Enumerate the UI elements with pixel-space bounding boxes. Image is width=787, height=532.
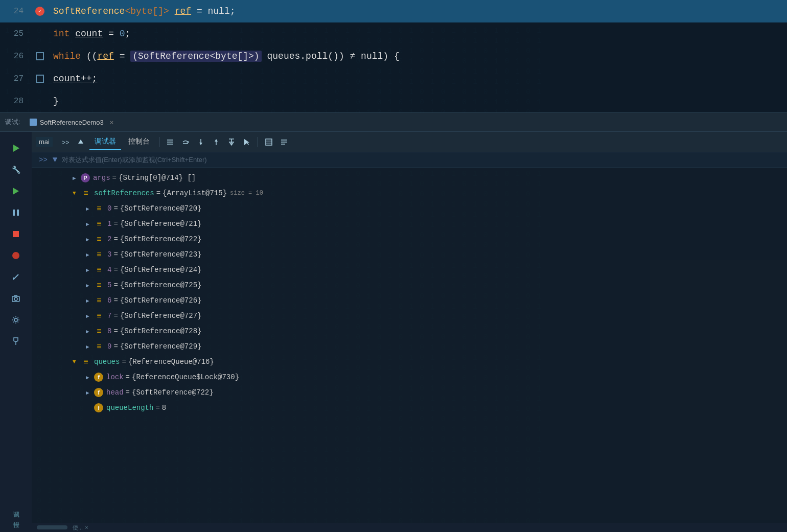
svg-text:🔧: 🔧 <box>12 166 20 174</box>
svg-marker-27 <box>244 139 249 145</box>
run-button[interactable] <box>8 183 24 199</box>
var-row-softreferences[interactable]: ▼ ≡ softReferences = {ArrayList@715} siz… <box>32 186 787 201</box>
frames-btn[interactable] <box>262 135 275 149</box>
var-row-soft-2[interactable]: ▶ ≡ 2 = {SoftReference@722} <box>32 232 787 247</box>
list-icon-4: ≡ <box>94 265 104 274</box>
vars-btn[interactable] <box>277 135 291 149</box>
tab-debugger[interactable]: 调试器 <box>89 134 121 150</box>
var-icon-p-args: P <box>81 173 90 182</box>
gutter-24: ✓ <box>31 7 49 16</box>
expand-btn[interactable]: >> <box>59 135 72 149</box>
debug-tab-close[interactable]: × <box>110 119 114 126</box>
var-row-lock[interactable]: ▶ f lock = {ReferenceQueue$Lock@730} <box>32 369 787 385</box>
list-icon-3: ≡ <box>94 250 104 259</box>
expand-arrow-7[interactable]: ▶ <box>86 313 94 319</box>
stop-button[interactable] <box>8 226 24 242</box>
thread-indicator[interactable]: mai <box>36 137 53 147</box>
expand-arrow-1[interactable]: ▶ <box>86 221 94 227</box>
var-row-soft-7[interactable]: ▶ ≡ 7 = {SoftReference@727} <box>32 308 787 323</box>
expand-arrow-head[interactable]: ▶ <box>86 389 94 396</box>
thread-label: mai <box>39 138 50 146</box>
var-row-soft-4[interactable]: ▶ ≡ 4 = {SoftReference@724} <box>32 262 787 277</box>
expand-arrow-soft[interactable]: ▼ <box>73 190 81 196</box>
breakpoint-toggle-button[interactable] <box>8 247 24 264</box>
var-row-soft-9[interactable]: ▶ ≡ 9 = {SoftReference@729} <box>32 339 787 354</box>
var-val-3: {SoftReference@723} <box>120 250 202 259</box>
expand-arrow-4[interactable]: ▶ <box>86 267 94 273</box>
step-out-btn[interactable] <box>210 135 223 149</box>
run-to-cursor-btn[interactable] <box>225 135 238 149</box>
list-icon-9: ≡ <box>94 342 104 351</box>
var-row-queuelength[interactable]: ▶ f queueLength = 8 <box>32 400 787 415</box>
var-row-queues[interactable]: ▼ ≡ queues = {ReferenceQueue@716} <box>32 354 787 369</box>
expand-arrow-args[interactable]: ▶ <box>73 175 81 181</box>
debug-side-icons: 🔧 <box>0 132 32 532</box>
expand-arrow-8[interactable]: ▶ <box>86 328 94 335</box>
expand-arrow-3[interactable]: ▶ <box>86 251 94 258</box>
resume-button[interactable] <box>8 140 24 156</box>
var-row-soft-5[interactable]: ▶ ≡ 5 = {SoftReference@725} <box>32 277 787 293</box>
pin-button[interactable] <box>8 333 24 350</box>
expand-arrow-0[interactable]: ▶ <box>86 205 94 212</box>
svg-marker-0 <box>13 145 19 152</box>
toolbar-sep-2 <box>258 137 258 147</box>
var-name-6: 6 <box>107 296 111 305</box>
breakpoint-check: ✓ <box>38 8 41 14</box>
tab-console[interactable]: 控制台 <box>123 134 155 150</box>
code-token: } <box>53 96 59 106</box>
debug-session-tab[interactable]: SoftReferenceDemo3 × <box>26 117 118 128</box>
list-icon-soft: ≡ <box>81 189 91 198</box>
settings-button[interactable]: 🔧 <box>8 161 24 178</box>
expand-arrow-9[interactable]: ▶ <box>86 343 94 350</box>
expand-arrow-6[interactable]: ▶ <box>86 297 94 304</box>
cursor-btn[interactable] <box>240 135 253 149</box>
code-token: queues.poll()) ≠ null) { <box>262 51 400 61</box>
debug-tab-name: SoftReferenceDemo3 <box>40 119 104 126</box>
breakpoint-icon[interactable]: ✓ <box>35 7 44 16</box>
svg-text:>>: >> <box>62 140 69 146</box>
var-name-ql: queueLength <box>106 404 153 412</box>
scrollbar-close[interactable]: × <box>85 524 88 530</box>
var-val-head: {SoftReference@722} <box>132 388 214 397</box>
svg-marker-2 <box>13 188 19 195</box>
list-btn[interactable] <box>164 135 177 149</box>
svg-rect-28 <box>266 139 272 145</box>
edit-button[interactable] <box>8 269 24 285</box>
code-token: (( <box>81 51 97 61</box>
expand-arrow-queues[interactable]: ▼ <box>73 359 81 365</box>
svg-rect-4 <box>17 210 19 216</box>
svg-marker-14 <box>78 140 83 144</box>
var-row-soft-1[interactable]: ▶ ≡ 1 = {SoftReference@721} <box>32 216 787 232</box>
var-row-args[interactable]: ▶ P args = {String[0]@714} [] <box>32 170 787 186</box>
var-row-soft-3[interactable]: ▶ ≡ 3 = {SoftReference@723} <box>32 247 787 262</box>
expand-arrow-2[interactable]: ▶ <box>86 236 94 243</box>
bottom-panel: 🔧 <box>0 132 787 532</box>
list-icon-2: ≡ <box>94 235 104 244</box>
code-line-26[interactable]: 26 while ((ref = (SoftReference<byte[]>)… <box>0 45 787 67</box>
var-row-soft-0[interactable]: ▶ ≡ 0 = {SoftReference@720} <box>32 201 787 216</box>
code-token: <byte[]> <box>125 6 169 16</box>
scrollbar-label: 使... <box>73 524 83 531</box>
code-line-24[interactable]: 0:00/0:21 24 ✓ SoftReference<byte[]> ref… <box>0 0 787 22</box>
expression-placeholder[interactable]: 对表达式求值(Enter)或添加监视(Ctrl+Shift+Enter) <box>62 155 207 165</box>
list-icon-7: ≡ <box>94 311 104 320</box>
code-line-25[interactable]: 25 int count = 0; <box>0 22 787 45</box>
step-over-btn[interactable] <box>179 135 192 149</box>
var-row-soft-6[interactable]: ▶ ≡ 6 = {SoftReference@726} <box>32 293 787 308</box>
expr-prefix: >> <box>39 156 48 164</box>
var-row-head[interactable]: ▶ f head = {SoftReference@722} <box>32 385 787 400</box>
code-line-28[interactable]: 28 } <box>0 90 787 112</box>
debug-bar: 调试: SoftReferenceDemo3 × <box>0 112 787 132</box>
code-line-27[interactable]: 27 count++; <box>0 67 787 90</box>
code-content-26: while ((ref = (SoftReference<byte[]>) qu… <box>49 51 787 61</box>
pause-button[interactable] <box>8 204 24 221</box>
screenshot-button[interactable] <box>8 290 24 307</box>
scroll-thumb[interactable] <box>37 525 67 529</box>
expand-arrow-5[interactable]: ▶ <box>86 282 94 289</box>
list-icon-queues: ≡ <box>81 357 91 366</box>
collapse-btn[interactable] <box>74 135 87 149</box>
step-into-btn[interactable] <box>194 135 207 149</box>
expand-arrow-lock[interactable]: ▶ <box>86 374 94 381</box>
var-row-soft-8[interactable]: ▶ ≡ 8 = {SoftReference@728} <box>32 323 787 339</box>
gear-button[interactable] <box>8 312 24 328</box>
